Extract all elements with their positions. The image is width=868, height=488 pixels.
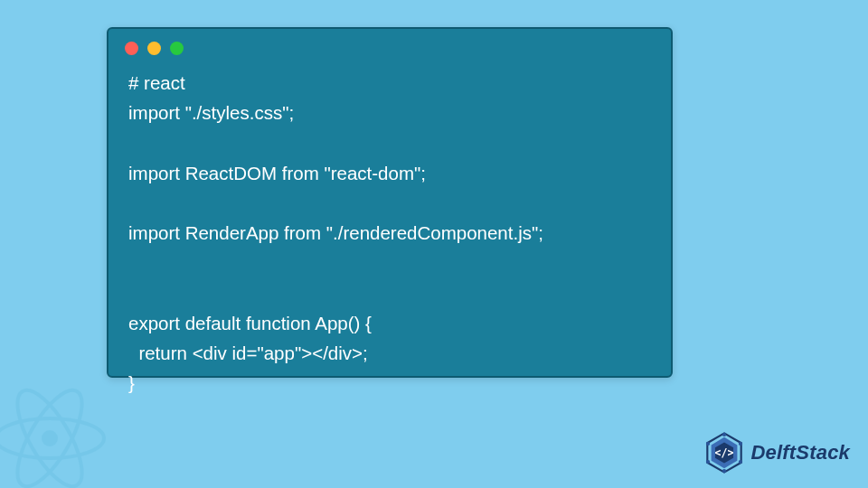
close-icon — [125, 42, 138, 55]
svg-point-8 — [722, 433, 726, 436]
brand: </> DelftStack — [703, 432, 850, 474]
minimize-icon — [147, 42, 161, 55]
maximize-icon — [170, 42, 184, 55]
svg-point-3 — [42, 430, 58, 446]
svg-point-9 — [739, 442, 742, 446]
svg-text:</>: </> — [715, 446, 734, 459]
svg-point-10 — [739, 460, 742, 464]
svg-point-13 — [706, 442, 710, 446]
svg-point-11 — [722, 469, 726, 473]
brand-name: DelftStack — [750, 441, 850, 465]
code-content: # react import "./styles.css"; import Re… — [108, 62, 671, 414]
react-bg-icon — [0, 371, 118, 488]
window-traffic-lights — [108, 29, 671, 62]
delftstack-logo-icon: </> — [703, 432, 745, 474]
code-card: # react import "./styles.css"; import Re… — [107, 27, 673, 378]
svg-point-12 — [706, 460, 710, 464]
